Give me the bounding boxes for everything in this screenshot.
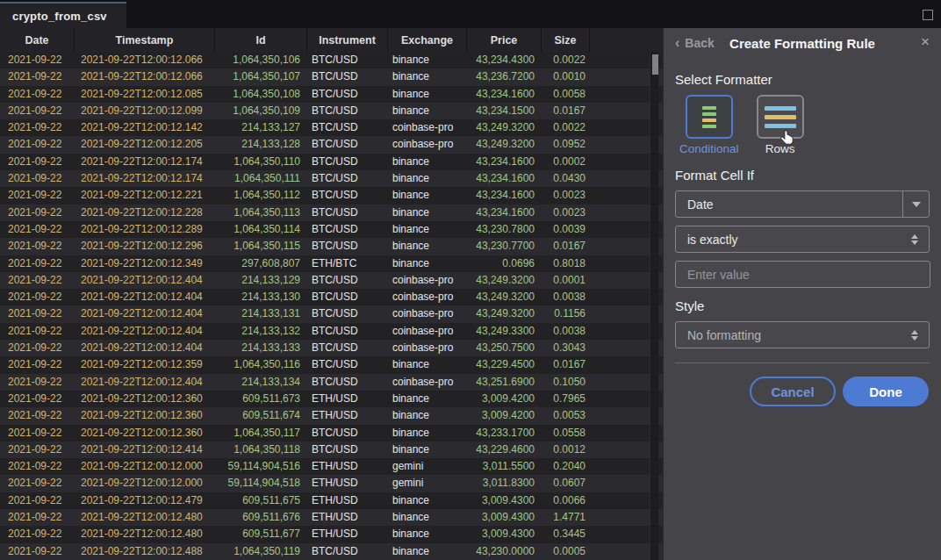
cell[interactable]: BTC/USD [307,543,388,560]
table-row[interactable]: 2021-09-222021-09-22T12:00:12.479609,511… [0,492,663,509]
cell[interactable]: 2021-09-22 [0,170,75,187]
cell[interactable]: BTC/USD [307,119,388,136]
cell[interactable]: binance [388,221,467,238]
cell[interactable]: binance [388,170,467,187]
table-row[interactable]: 2021-09-222021-09-22T12:00:12.3591,064,3… [0,356,663,373]
cell[interactable]: 214,133,130 [215,289,307,305]
cell[interactable]: 0.0058 [542,86,590,103]
cell[interactable]: 43,233.1700 [467,425,542,442]
cell[interactable]: 0.0167 [542,103,590,119]
cell[interactable]: 2021-09-22T12:00:12.174 [75,170,215,187]
cell[interactable]: 2021-09-22T12:00:12.085 [75,86,215,103]
cell[interactable]: 43,249.3300 [467,323,542,340]
cell[interactable]: 0.0167 [542,238,590,255]
cell[interactable]: 2021-09-22T12:00:12.000 [75,458,215,475]
cell[interactable]: 43,234.1600 [467,154,542,170]
cell[interactable]: binance [388,205,467,221]
cancel-button[interactable]: Cancel [750,377,836,406]
cell[interactable]: 609,511,673 [215,391,307,407]
cell[interactable]: 2021-09-22 [0,289,75,305]
cell[interactable]: 0.7965 [542,391,590,407]
cell[interactable]: BTC/USD [307,289,388,305]
cell[interactable]: 0.0001 [542,272,590,289]
cell[interactable]: BTC/USD [307,374,388,391]
cell[interactable]: 1,064,350,118 [215,442,307,458]
cell[interactable]: 0.0039 [542,221,590,238]
cell[interactable]: 214,133,128 [215,136,307,153]
cell[interactable]: coinbase-pro [388,289,467,305]
cell[interactable]: 43,234.1600 [467,187,542,204]
cell[interactable]: 0.8018 [542,255,590,272]
table-row[interactable]: 2021-09-222021-09-22T12:00:12.0661,064,3… [0,52,663,68]
cell[interactable]: BTC/USD [307,221,388,238]
cell[interactable]: 43,251.6900 [467,374,542,391]
cell[interactable]: 3,011.5500 [467,458,542,475]
cell[interactable]: binance [388,103,467,119]
cell[interactable]: binance [388,238,467,255]
cell[interactable]: 1,064,350,109 [215,103,307,119]
cell[interactable]: 2021-09-22T12:00:12.296 [75,238,215,255]
cell[interactable]: 2021-09-22T12:00:12.404 [75,323,215,340]
cell[interactable]: ETH/USD [307,475,388,492]
cell[interactable]: 0.0607 [542,475,590,492]
cell[interactable]: 2021-09-22T12:00:12.404 [75,272,215,289]
cell[interactable]: BTC/USD [307,187,388,204]
cell[interactable]: binance [388,154,467,170]
cell[interactable]: coinbase-pro [388,272,467,289]
cell[interactable]: 214,133,127 [215,119,307,136]
cell[interactable]: 2021-09-22 [0,407,75,424]
cell[interactable]: 2021-09-22 [0,425,75,442]
cell[interactable]: 2021-09-22 [0,340,75,356]
cell[interactable]: 0.0038 [542,323,590,340]
column-header-date[interactable]: Date [0,28,75,52]
cell[interactable]: 2021-09-22 [0,509,75,526]
cell[interactable]: 2021-09-22 [0,458,75,475]
table-row[interactable]: 2021-09-222021-09-22T12:00:12.404214,133… [0,289,663,305]
cell[interactable]: 43,234.1600 [467,170,542,187]
cell[interactable]: BTC/USD [307,305,388,322]
cell[interactable]: 0.0010 [542,68,590,85]
cell[interactable]: 3,009.4200 [467,391,542,407]
cell[interactable]: binance [388,526,467,542]
cell[interactable]: 2021-09-22 [0,187,75,204]
table-row[interactable]: 2021-09-222021-09-22T12:00:12.0851,064,3… [0,86,663,103]
cell[interactable]: 0.0053 [542,407,590,424]
cell[interactable]: ETH/USD [307,407,388,424]
table-row[interactable]: 2021-09-222021-09-22T12:00:12.349297,608… [0,255,663,272]
cell[interactable]: coinbase-pro [388,305,467,322]
cell[interactable]: 609,511,674 [215,407,307,424]
cell[interactable]: 43,249.3200 [467,272,542,289]
column-header-timestamp[interactable]: Timestamp [75,28,215,52]
cell[interactable]: 1,064,350,110 [215,154,307,170]
cell[interactable]: 59,114,904,516 [215,458,307,475]
cell[interactable]: binance [388,543,467,560]
cell[interactable]: 1.4771 [542,509,590,526]
cell[interactable]: coinbase-pro [388,340,467,356]
cell[interactable]: 0.0012 [542,442,590,458]
cell[interactable]: BTC/USD [307,103,388,119]
cell[interactable]: 43,236.7200 [467,68,542,85]
cell[interactable]: 2021-09-22 [0,356,75,373]
cell[interactable]: binance [388,255,467,272]
table-row[interactable]: 2021-09-222021-09-22T12:00:12.2961,064,3… [0,238,663,255]
cell[interactable]: 2021-09-22T12:00:12.349 [75,255,215,272]
cell[interactable]: 1,064,350,106 [215,52,307,68]
cell[interactable]: 2021-09-22T12:00:12.404 [75,340,215,356]
cell[interactable]: 2021-09-22 [0,154,75,170]
cell[interactable]: 3,011.8300 [467,475,542,492]
table-row[interactable]: 2021-09-222021-09-22T12:00:12.4881,064,3… [0,543,663,560]
cell[interactable]: 43,234.1600 [467,205,542,221]
close-icon[interactable]: × [921,34,930,49]
cell[interactable]: 1,064,350,115 [215,238,307,255]
cell[interactable]: 0.0005 [542,543,590,560]
cell[interactable]: 3,009.4300 [467,509,542,526]
cell[interactable]: 43,230.7700 [467,238,542,255]
cell[interactable]: 43,250.7500 [467,340,542,356]
cell[interactable]: 43,249.3200 [467,119,542,136]
cell[interactable]: 1,064,350,116 [215,356,307,373]
cell[interactable]: 0.0023 [542,187,590,204]
cell[interactable]: gemini [388,458,467,475]
cell[interactable]: 2021-09-22T12:00:12.066 [75,68,215,85]
cell[interactable]: 0.3445 [542,526,590,542]
cell[interactable]: binance [388,68,467,85]
